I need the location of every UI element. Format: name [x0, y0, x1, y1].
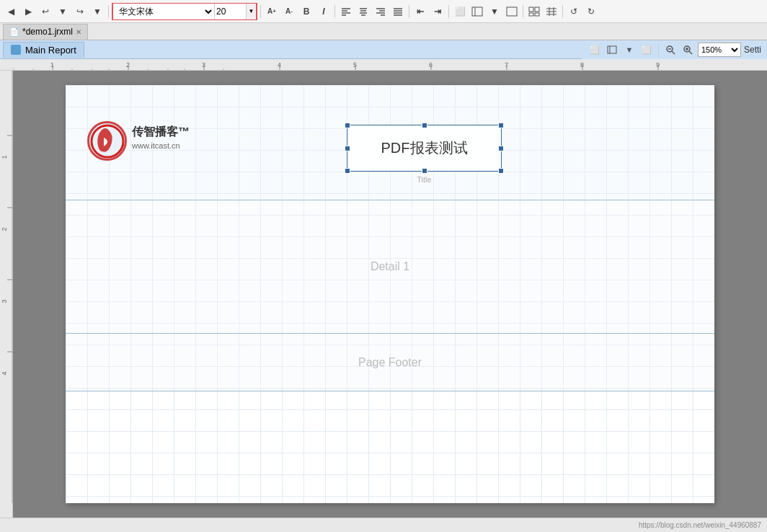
svg-text:1: 1	[1, 155, 8, 159]
font-size-dropdown[interactable]: ▼	[246, 4, 256, 19]
left-ruler: 1 2 3 4	[0, 71, 13, 518]
zoom-in-btn[interactable]	[680, 43, 695, 57]
canvas-scroll[interactable]: 传智播客™ www.itcast.cn PDF报表测试 Ti	[13, 71, 767, 518]
view-btn3[interactable]	[504, 4, 520, 19]
toolbar-sep-7	[562, 5, 563, 18]
handle-tr[interactable]	[498, 123, 504, 128]
title-section: 传智播客™ www.itcast.cn PDF报表测试 Ti	[66, 85, 714, 200]
detail-section: Detail 1	[66, 200, 714, 334]
view-icon-btn3[interactable]: ⬜	[639, 43, 654, 57]
svg-text:4: 4	[1, 371, 8, 375]
view-btn1[interactable]: ⬜	[452, 4, 468, 19]
status-url: https://blog.csdn.net/weixin_44960887	[639, 521, 761, 529]
zoom-out-btn[interactable]	[663, 43, 678, 57]
title-placeholder-label: Title	[347, 175, 501, 184]
svg-text:2: 2	[1, 227, 8, 231]
decrease-font-btn[interactable]: A-	[281, 4, 297, 19]
left-ruler-svg: 1 2 3 4	[0, 71, 13, 518]
toolbar-dropdown-btn[interactable]: ▼	[55, 4, 71, 19]
logo-circle	[87, 121, 127, 161]
toolbar-sep-5	[448, 5, 449, 18]
main-report-tab[interactable]: Main Report	[3, 42, 84, 58]
pdf-title-element[interactable]: PDF报表测试 Title	[347, 125, 502, 172]
toolbar-dropdown2-btn[interactable]: ▼	[89, 4, 105, 19]
toolbar-sep-3	[334, 5, 335, 18]
canvas-area: 1 2 3 4	[0, 71, 767, 518]
report-settings-area: Main Report ⬜ ▼ ⬜ 150% Setti	[0, 40, 767, 59]
indent-left-btn[interactable]: ⇤	[412, 4, 428, 19]
svg-rect-16	[472, 7, 482, 16]
font-size-input[interactable]	[214, 4, 246, 19]
detail-label: Detail 1	[371, 260, 409, 273]
handle-bm[interactable]	[422, 168, 427, 174]
grid-btn2[interactable]	[544, 4, 559, 19]
file-tab-close[interactable]: ✕	[76, 28, 81, 36]
logo-subtext: www.itcast.cn	[132, 141, 180, 150]
handle-ml[interactable]	[345, 146, 350, 151]
toolbar-sep-4	[409, 5, 409, 18]
view-icon-btn1[interactable]: ⬜	[588, 43, 602, 57]
font-name-select[interactable]: 华文宋体	[113, 4, 214, 19]
justify-btn[interactable]	[390, 4, 406, 19]
svg-rect-21	[529, 13, 533, 16]
zoom-select[interactable]: 150%	[698, 43, 741, 57]
handle-tm[interactable]	[422, 123, 427, 128]
view-btn2[interactable]	[469, 4, 485, 19]
footer-section: Page Footer	[66, 334, 714, 391]
indent-right-btn[interactable]: ⇥	[430, 4, 445, 19]
toolbar-redo-btn[interactable]: ↪	[72, 4, 88, 19]
ruler-svg: 1 2 3 4 5 6 7 8 9	[13, 59, 767, 71]
align-right-btn[interactable]	[373, 4, 389, 19]
svg-line-34	[689, 51, 692, 54]
logo-svg	[89, 123, 125, 159]
handle-tl[interactable]	[345, 123, 350, 128]
view-icon-btn2[interactable]	[605, 43, 619, 57]
toolbar-sep-6	[523, 5, 523, 18]
svg-text:3: 3	[1, 299, 8, 303]
increase-font-btn[interactable]: A+	[264, 4, 280, 19]
logo-text: 传智播客™	[132, 125, 190, 140]
report-tab-icon	[11, 45, 21, 55]
undo3-btn[interactable]: ↺	[566, 4, 582, 19]
align-center-btn[interactable]	[355, 4, 371, 19]
sep	[658, 44, 659, 56]
handle-mr[interactable]	[498, 146, 504, 151]
settings-label: Setti	[744, 45, 761, 55]
grid-btn1[interactable]	[526, 4, 542, 19]
svg-rect-22	[535, 13, 539, 16]
handle-br[interactable]	[498, 168, 504, 174]
ruler: 1 2 3 4 5 6 7 8 9	[0, 59, 767, 71]
font-selector-box: 华文宋体 ▼	[112, 3, 257, 20]
toolbar: ◀ ▶ ↩ ▼ ↪ ▼ 华文宋体 ▼ A+ A- B I ⇤ ⇥ ⬜ ▼	[0, 0, 767, 23]
pdf-title-text: PDF报表测试	[381, 138, 468, 158]
redo3-btn[interactable]: ↻	[583, 4, 599, 19]
toolbar-undo-btn[interactable]: ↩	[37, 4, 53, 19]
footer-label: Page Footer	[358, 356, 422, 369]
view-dropdown-btn[interactable]: ▼	[487, 4, 502, 19]
svg-rect-18	[507, 7, 517, 16]
ruler-content: 1 2 3 4 5 6 7 8 9	[13, 59, 767, 70]
view-dropdown-btn2[interactable]: ▼	[622, 43, 637, 57]
logo-area: 传智播客™ www.itcast.cn	[87, 121, 195, 164]
toolbar-sep-2	[260, 5, 261, 18]
toolbar-forward-btn[interactable]: ▶	[20, 4, 36, 19]
svg-rect-20	[535, 7, 539, 12]
toolbar-sep-1	[108, 5, 109, 18]
bold-btn[interactable]: B	[298, 4, 314, 19]
settings-bar: ⬜ ▼ ⬜ 150% Setti	[582, 40, 767, 59]
main-report-label: Main Report	[25, 45, 76, 56]
file-tab-bar: 📄 *demo1.jrxml ✕	[0, 23, 767, 40]
handle-bl[interactable]	[345, 168, 350, 174]
file-tab-label: *demo1.jrxml	[22, 27, 73, 37]
toolbar-back-btn[interactable]: ◀	[3, 4, 19, 19]
svg-rect-28	[608, 46, 616, 53]
align-left-btn[interactable]	[338, 4, 354, 19]
italic-btn[interactable]: I	[316, 4, 332, 19]
svg-rect-19	[529, 7, 533, 12]
status-bar: https://blog.csdn.net/weixin_44960887	[0, 518, 767, 532]
file-tab[interactable]: 📄 *demo1.jrxml ✕	[3, 24, 88, 40]
svg-line-31	[672, 51, 675, 54]
report-page: 传智播客™ www.itcast.cn PDF报表测试 Ti	[66, 85, 714, 503]
